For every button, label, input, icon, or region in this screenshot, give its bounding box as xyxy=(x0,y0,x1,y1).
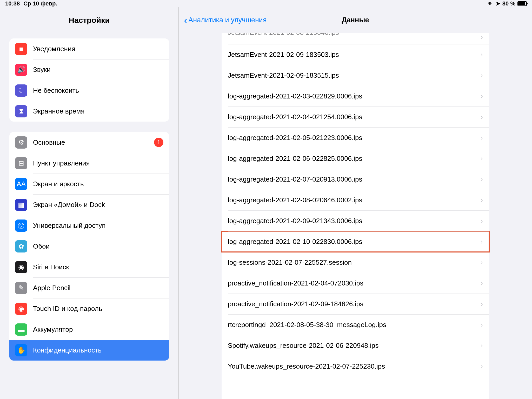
chevron-right-icon: › xyxy=(481,217,483,225)
list-item-label: proactive_notification-2021-02-09-184826… xyxy=(228,300,481,308)
list-item-label: JetsamEvent-2021-02-09-183503.ips xyxy=(228,51,481,59)
list-item-label: log-aggregated-2021-02-09-021343.0006.ip… xyxy=(228,217,481,225)
sidebar-item-звуки[interactable]: 🔊Звуки xyxy=(9,59,169,80)
settings-icon: ✋ xyxy=(15,344,27,356)
settings-sidebar: Настройки ■Уведомления🔊Звуки☾Не беспокои… xyxy=(0,7,179,399)
list-item[interactable]: JetsamEvent-2021-02-09-183515.ips› xyxy=(222,65,489,86)
chevron-right-icon: › xyxy=(481,33,483,41)
location-icon: ➤ xyxy=(496,0,500,7)
sidebar-item-основные[interactable]: ⚙Основные1 xyxy=(9,132,169,153)
list-item[interactable]: log-aggregated-2021-02-05-021223.0006.ip… xyxy=(222,127,489,148)
battery-percent: 80 % xyxy=(502,0,515,7)
chevron-right-icon: › xyxy=(481,321,483,329)
sidebar-item-не-беспокоить[interactable]: ☾Не беспокоить xyxy=(9,80,169,101)
back-button[interactable]: ‹ Аналитика и улучшения xyxy=(184,15,267,25)
sidebar-item-label: Touch ID и код-пароль xyxy=(33,305,163,313)
list-item-label: log-aggregated-2021-02-07-020913.0006.ip… xyxy=(228,175,481,183)
settings-icon: ✿ xyxy=(15,240,27,252)
chevron-right-icon: › xyxy=(481,92,483,100)
sidebar-item-обои[interactable]: ✿Обои xyxy=(9,236,169,257)
sidebar-item-пункт-управления[interactable]: ⊟Пункт управления xyxy=(9,153,169,174)
sidebar-item-экран-домой-и-dock[interactable]: ▦Экран «Домой» и Dock xyxy=(9,194,169,215)
list-item[interactable]: log-aggregated-2021-02-03-022829.0006.ip… xyxy=(222,86,489,107)
chevron-right-icon: › xyxy=(481,51,483,59)
status-time: 10:38 xyxy=(5,0,20,7)
list-item-label: log-aggregated-2021-02-08-020646.0002.ip… xyxy=(228,196,481,204)
sidebar-item-label: Конфиденциальность xyxy=(33,346,163,354)
settings-icon: ☾ xyxy=(15,84,27,97)
list-item-label: log-aggregated-2021-02-10-022830.0006.ip… xyxy=(228,238,481,246)
list-item[interactable]: rtcreportingd_2021-02-08-05-38-30_messag… xyxy=(222,314,489,335)
main-pane: ‹ Аналитика и улучшения Данные JetsamEve… xyxy=(179,7,532,399)
list-item[interactable]: log-aggregated-2021-02-07-020913.0006.ip… xyxy=(222,169,489,190)
status-bar: 10:38 Ср 10 февр. ᯤ ➤ 80 % xyxy=(0,0,532,7)
analytics-data-list: JetsamEvent-2021-02-08-215846.ips›Jetsam… xyxy=(222,33,489,399)
chevron-right-icon: › xyxy=(481,300,483,308)
list-item-label: rtcreportingd_2021-02-08-05-38-30_messag… xyxy=(228,321,481,329)
list-item-label: Spotify.wakeups_resource-2021-02-06-2209… xyxy=(228,342,481,350)
sidebar-item-label: Siri и Поиск xyxy=(33,263,163,271)
sidebar-item-универсальный-доступ[interactable]: ㋡Универсальный доступ xyxy=(9,215,169,236)
list-item-label: log-aggregated-2021-02-03-022829.0006.ip… xyxy=(228,92,481,100)
chevron-right-icon: › xyxy=(481,279,483,287)
chevron-right-icon: › xyxy=(481,71,483,79)
wifi-icon: ᯤ xyxy=(488,0,494,7)
list-item[interactable]: JetsamEvent-2021-02-08-215846.ips› xyxy=(222,33,489,44)
sidebar-item-siri-и-поиск[interactable]: ◉Siri и Поиск xyxy=(9,257,169,277)
sidebar-item-label: Уведомления xyxy=(33,45,163,53)
list-item-label: log-aggregated-2021-02-05-021223.0006.ip… xyxy=(228,134,481,142)
list-item-label: JetsamEvent-2021-02-08-215846.ips xyxy=(228,33,481,37)
list-item[interactable]: proactive_notification-2021-02-09-184826… xyxy=(222,294,489,314)
list-item-label: log-sessions-2021-02-07-225527.session xyxy=(228,258,481,267)
settings-icon: ⚙ xyxy=(15,136,27,149)
chevron-right-icon: › xyxy=(481,113,483,121)
chevron-right-icon: › xyxy=(481,362,483,370)
list-item-label: proactive_notification-2021-02-04-072030… xyxy=(228,279,481,287)
list-item[interactable]: log-aggregated-2021-02-06-022825.0006.ip… xyxy=(222,148,489,169)
sidebar-item-label: Apple Pencil xyxy=(33,284,163,292)
sidebar-item-аккумулятор[interactable]: ▬Аккумулятор xyxy=(9,319,169,340)
sidebar-title: Настройки xyxy=(69,16,110,25)
sidebar-item-экран-и-яркость[interactable]: AAЭкран и яркость xyxy=(9,174,169,194)
list-item-label: JetsamEvent-2021-02-09-183515.ips xyxy=(228,71,481,79)
settings-icon: ◉ xyxy=(15,261,27,273)
sidebar-item-label: Обои xyxy=(33,242,163,250)
back-label: Аналитика и улучшения xyxy=(188,16,267,24)
list-item[interactable]: JetsamEvent-2021-02-09-183503.ips› xyxy=(222,44,489,65)
list-item[interactable]: log-aggregated-2021-02-10-022830.0006.ip… xyxy=(222,231,489,252)
sidebar-item-touch-id-и-код-пароль[interactable]: ◉Touch ID и код-пароль xyxy=(9,298,169,319)
sidebar-item-экранное-время[interactable]: ⧗Экранное время xyxy=(9,101,169,122)
chevron-right-icon: › xyxy=(481,134,483,142)
list-item[interactable]: log-aggregated-2021-02-09-021343.0006.ip… xyxy=(222,210,489,231)
battery-icon xyxy=(517,1,527,6)
chevron-left-icon: ‹ xyxy=(184,15,187,25)
sidebar-item-label: Пункт управления xyxy=(33,159,163,167)
main-header: ‹ Аналитика и улучшения Данные xyxy=(179,7,532,33)
sidebar-item-label: Экран «Домой» и Dock xyxy=(33,201,163,209)
list-item[interactable]: log-sessions-2021-02-07-225527.session› xyxy=(222,252,489,273)
settings-icon: ㋡ xyxy=(15,220,27,232)
settings-icon: ⊟ xyxy=(15,157,27,169)
chevron-right-icon: › xyxy=(481,342,483,350)
list-item[interactable]: log-aggregated-2021-02-04-021254.0006.ip… xyxy=(222,107,489,127)
list-item[interactable]: YouTube.wakeups_resource-2021-02-07-2252… xyxy=(222,356,489,377)
settings-icon: ✎ xyxy=(15,282,27,294)
settings-icon: ◉ xyxy=(15,303,27,315)
sidebar-item-label: Универсальный доступ xyxy=(33,222,163,230)
list-item-label: log-aggregated-2021-02-06-022825.0006.ip… xyxy=(228,155,481,163)
list-item[interactable]: log-aggregated-2021-02-08-020646.0002.ip… xyxy=(222,190,489,210)
chevron-right-icon: › xyxy=(481,196,483,204)
sidebar-item-конфиденциальность[interactable]: ✋Конфиденциальность xyxy=(9,340,169,361)
sidebar-item-label: Аккумулятор xyxy=(33,325,163,334)
list-item[interactable]: Spotify.wakeups_resource-2021-02-06-2209… xyxy=(222,335,489,356)
list-item-label: log-aggregated-2021-02-04-021254.0006.ip… xyxy=(228,113,481,121)
chevron-right-icon: › xyxy=(481,175,483,183)
sidebar-item-label: Не беспокоить xyxy=(33,87,163,95)
sidebar-item-label: Экран и яркость xyxy=(33,180,163,188)
settings-icon: AA xyxy=(15,178,27,190)
list-item[interactable]: proactive_notification-2021-02-04-072030… xyxy=(222,273,489,294)
sidebar-item-label: Звуки xyxy=(33,66,163,74)
sidebar-item-уведомления[interactable]: ■Уведомления xyxy=(9,38,169,59)
sidebar-item-apple-pencil[interactable]: ✎Apple Pencil xyxy=(9,277,169,298)
sidebar-item-label: Основные xyxy=(33,138,154,147)
